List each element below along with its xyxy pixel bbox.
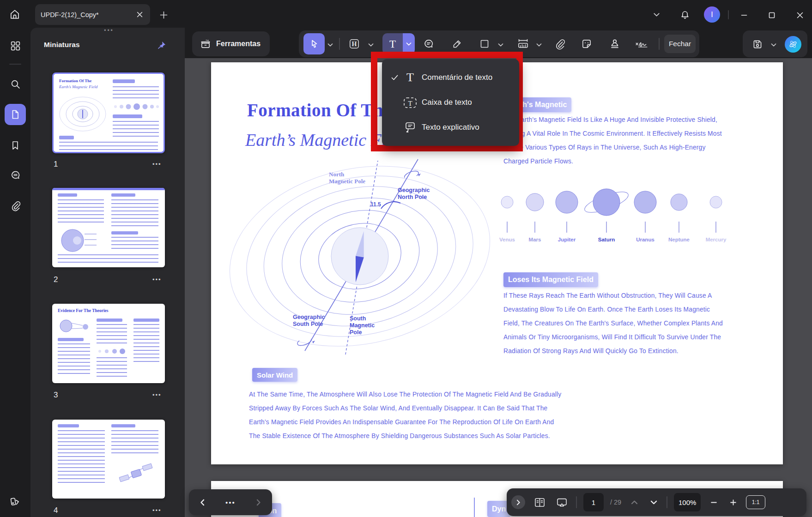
section3-line-4: The Stable Existence Of The Atmosphere B…	[249, 433, 550, 439]
collapse-bar-button[interactable]	[511, 495, 525, 509]
heading-tool-button[interactable]: H	[344, 33, 365, 54]
thumb3-title: Evidence For The Theories	[58, 308, 109, 313]
close-tools-button[interactable]: Fechar	[664, 35, 696, 53]
section3-line-3: Earth's Magnetic Field Provides An Indis…	[249, 419, 554, 426]
measure-tool-chevron[interactable]	[535, 42, 543, 48]
check-icon	[389, 72, 400, 83]
paperclip-tool-icon	[554, 38, 566, 50]
next-page-button[interactable]	[253, 496, 265, 508]
minimize-button[interactable]	[737, 8, 751, 22]
document-tab[interactable]: UPDF-2(12)_Copy*	[35, 4, 150, 25]
heading-tool-chevron[interactable]	[367, 42, 375, 48]
more-pages-button[interactable]: •••	[224, 496, 237, 508]
thumb2-textlines-3	[111, 237, 158, 250]
select-tool-button[interactable]	[303, 33, 325, 54]
thumb4-textlines-2	[111, 430, 158, 454]
zoom-level-input[interactable]: 100%	[674, 493, 701, 511]
page-down-button[interactable]	[647, 496, 660, 509]
thumb1-subtitle: Earth’s Magnetic Field	[59, 84, 97, 89]
pin-icon	[157, 40, 167, 50]
paperclip-icon	[10, 200, 21, 211]
thumb3-options-button[interactable]: •••	[152, 391, 162, 398]
label-geographic-north-pole: Geographic North Pole	[398, 187, 430, 201]
thumb1-options-button[interactable]: •••	[152, 161, 162, 168]
save-icon	[751, 38, 764, 50]
presentation-button[interactable]	[554, 494, 570, 510]
thumb2-textlines-1	[58, 199, 104, 223]
rail-attachments-button[interactable]	[6, 197, 24, 214]
ruler-icon	[517, 38, 529, 50]
left-rail	[0, 27, 30, 517]
prev-page-button[interactable]	[196, 496, 208, 508]
thumb1-badge-2	[113, 114, 142, 118]
home-button[interactable]	[6, 6, 24, 23]
pin-button[interactable]	[154, 38, 169, 53]
thumb3-number: 3	[54, 391, 58, 400]
sticker-tool-button[interactable]	[576, 33, 597, 54]
sticker-icon	[581, 38, 593, 50]
rail-thumbnails-button[interactable]	[5, 104, 26, 125]
page-icon	[10, 109, 21, 120]
thumbnail-page-2[interactable]	[52, 188, 165, 267]
actual-size-label: 1:1	[752, 499, 760, 505]
thumb2-options-button[interactable]: •••	[152, 276, 162, 283]
planet-label-venus: Venus	[499, 237, 515, 242]
thumb3-textlines-4	[133, 324, 159, 365]
zoom-in-button[interactable]	[727, 496, 739, 509]
section2-line-3: Field, The Creatures On The Earth's Surf…	[503, 320, 723, 327]
current-page-input[interactable]: 1	[583, 493, 604, 511]
titlebar-dropdown-chevron[interactable]	[651, 12, 662, 18]
save-button[interactable]	[749, 36, 766, 53]
zoom-out-button[interactable]	[707, 496, 720, 509]
tab-title: UPDF-2(12)_Copy*	[41, 11, 134, 18]
section3-badge-label: Solar Wind	[257, 371, 293, 379]
new-tab-button[interactable]	[157, 8, 170, 21]
stamp-tool-button[interactable]	[604, 33, 625, 54]
thumb3-textlines-3	[97, 357, 127, 377]
menu-item-callout[interactable]: Texto explicativo	[382, 115, 519, 140]
attach-tool-button[interactable]	[549, 33, 570, 54]
thumb2-textlines-4	[58, 254, 158, 264]
rail-search-button[interactable]	[6, 75, 24, 93]
thumb2-number: 2	[54, 275, 58, 284]
signature-tool-button[interactable]	[631, 33, 652, 54]
menu-item-text-comment[interactable]: T Comentário de texto	[382, 65, 519, 90]
section3-badge: Solar Wind	[252, 368, 297, 382]
planet-label-neptune: Neptune	[668, 237, 690, 242]
thumb4-options-button[interactable]: •••	[152, 507, 162, 514]
thumb1-textlines-3	[59, 142, 158, 150]
menu-item-text-box[interactable]: T Caixa de texto	[382, 90, 519, 115]
menu-item-label: Texto explicativo	[422, 123, 479, 132]
thumb1-title: Formation Of The	[59, 78, 91, 83]
rail-bookmarks-button[interactable]	[6, 137, 24, 154]
thumbnail-page-3[interactable]: Evidence For The Theories	[52, 304, 165, 383]
updf-app-window: UPDF-2(12)_Copy* I	[0, 0, 812, 517]
rail-grid-button[interactable]	[6, 37, 24, 54]
label-north-magnetic-pole: North Magnetic Pole	[329, 171, 365, 185]
section3-line-1: At The Same Time, The Atmosphere Will Al…	[249, 391, 561, 398]
tools-menu-button[interactable]: Ferramentas	[192, 31, 270, 56]
page-up-button[interactable]	[628, 496, 641, 509]
search-icon	[10, 78, 21, 90]
thumbnail-page-1[interactable]: Formation Of The Earth’s Magnetic Field	[52, 72, 165, 153]
close-window-button[interactable]	[793, 8, 807, 22]
tab-close-icon[interactable]	[134, 10, 145, 20]
thumbnail-page-4[interactable]	[52, 420, 165, 499]
thumb4-badge-2	[111, 424, 135, 427]
avatar[interactable]: I	[704, 6, 720, 23]
notifications-button[interactable]	[678, 8, 692, 22]
maximize-button[interactable]	[765, 8, 779, 22]
rail-comments-button[interactable]	[6, 166, 24, 184]
rail-appearance-button[interactable]	[6, 492, 24, 510]
shapes-tool-chevron[interactable]	[497, 42, 505, 48]
book-view-icon	[533, 496, 546, 509]
save-options-chevron[interactable]	[770, 42, 778, 48]
ai-assistant-button[interactable]	[785, 36, 801, 53]
page-layout-button[interactable]	[532, 494, 547, 510]
signature-icon	[635, 38, 648, 50]
actual-size-button[interactable]: 1:1	[746, 495, 765, 509]
thumb1-badge-3	[59, 136, 74, 139]
select-tool-chevron[interactable]	[326, 42, 334, 48]
thumb2-textlines-2	[111, 199, 158, 228]
panel-drag-handle[interactable]: •••	[100, 28, 118, 34]
